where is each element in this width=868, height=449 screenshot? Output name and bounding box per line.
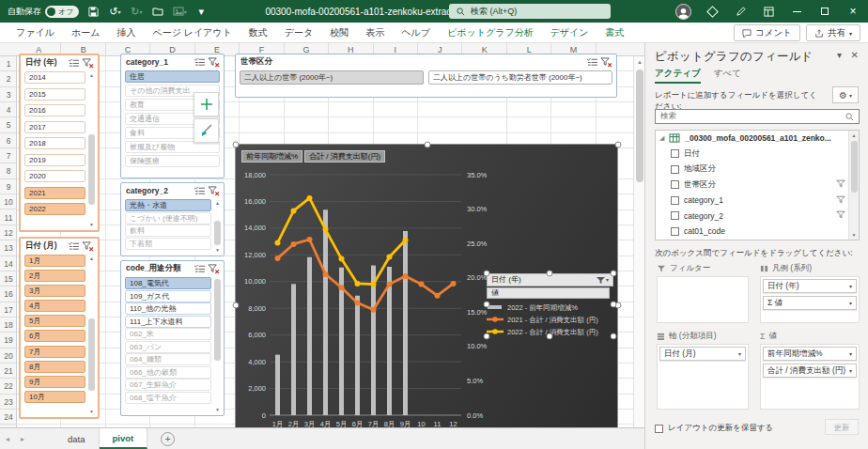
multi-select-icon[interactable]	[193, 263, 207, 274]
save-icon[interactable]	[85, 4, 101, 19]
sheet-nav-right-icon[interactable]: ▸	[15, 428, 30, 449]
defer-checkbox[interactable]	[655, 425, 663, 433]
field-list[interactable]: ◢_00300_mofa_00200561_a101_zenko...日付地域区…	[655, 130, 860, 240]
row-headers[interactable]: 123456789101112131415161718192021222324	[0, 56, 17, 427]
slicer-item[interactable]: 2017	[24, 121, 85, 133]
legend-selection-handle[interactable]	[484, 271, 490, 277]
slicer-item[interactable]: 2月	[24, 270, 85, 282]
slicer-item[interactable]: 064_麺類	[125, 353, 211, 365]
slicer-code[interactable]: code_用途分類108_電気代109_ガス代110_他の光熱111_上下水道料…	[120, 260, 225, 416]
slicer-item[interactable]: 下着類	[125, 238, 211, 250]
slicer-item[interactable]: 2020	[24, 170, 85, 182]
slicer-item[interactable]: 2014	[24, 71, 85, 84]
area-pill[interactable]: 合計 / 消費支出額 (円)▾	[763, 364, 857, 378]
slicer-scrollbar[interactable]: ▲▼	[87, 255, 96, 415]
multi-select-icon[interactable]	[67, 57, 81, 69]
slicer-item[interactable]: 二人以上の世帯のうち勤労者世帯 (2000年~)	[428, 70, 612, 85]
slicer-item[interactable]: 2015	[24, 88, 85, 101]
legend-selection-handle[interactable]	[547, 333, 553, 340]
slicer-item[interactable]: 063_パン	[125, 341, 211, 353]
add-tool-box[interactable]	[194, 92, 219, 116]
collapse-icon[interactable]: ◢	[659, 134, 664, 142]
undo-icon[interactable]: ↺▾	[107, 4, 122, 19]
legend-selection-handle[interactable]	[484, 302, 490, 308]
field-filter-icon[interactable]	[836, 195, 845, 206]
field-row[interactable]: 日付	[656, 147, 859, 163]
slicer-scrollbar[interactable]: ▲▼	[87, 71, 96, 228]
row-header-20[interactable]: 20	[0, 348, 17, 364]
chart-selection-handle[interactable]	[615, 142, 622, 148]
slicer-item[interactable]: 保険医療	[125, 155, 220, 167]
multi-select-icon[interactable]	[193, 56, 207, 68]
slicer-item[interactable]: 111_上下水道料	[125, 316, 211, 328]
slicer-item[interactable]: 3月	[24, 285, 85, 297]
window-layout-icon[interactable]	[755, 0, 782, 23]
filters-area[interactable]	[657, 276, 749, 323]
row-header-23[interactable]: 23	[0, 395, 17, 410]
legend-entry[interactable]: 2021 - 合計 / 消費支出額 (円)	[487, 314, 613, 326]
slicer-item[interactable]: こづかい (使途不明)	[125, 212, 211, 224]
slicer-category2[interactable]: category_2光熱・水道こづかい (使途不明)飲料下着類▲▼	[120, 182, 225, 256]
field-list-table-row[interactable]: ◢_00300_mofa_00200561_a101_zenko...	[656, 131, 859, 147]
axis-area[interactable]: 日付 (月)▾	[657, 344, 749, 410]
chart-legend[interactable]: 日付 (年) ▾ 値 2022 - 前年同期増減%2021 - 合計 / 消費支…	[487, 273, 613, 336]
field-checkbox[interactable]	[671, 149, 679, 158]
field-row[interactable]: category_2	[656, 209, 859, 224]
pane-tab-2[interactable]: すべて	[714, 68, 741, 84]
legend-selection-handle[interactable]	[611, 271, 617, 277]
row-header-9[interactable]: 9	[0, 179, 17, 194]
fields-search-input[interactable]: 検索	[655, 109, 860, 124]
slicer-item[interactable]: 2018	[24, 137, 85, 149]
ribbon-tab-8[interactable]: 表示	[357, 23, 393, 43]
clear-filter-icon[interactable]	[81, 240, 95, 252]
ribbon-tab-7[interactable]: 校閲	[321, 23, 357, 43]
sheet-tab-data[interactable]: data	[54, 428, 100, 449]
clear-filter-icon[interactable]	[207, 185, 221, 196]
row-header-14[interactable]: 14	[0, 256, 17, 271]
row-header-15[interactable]: 15	[0, 271, 17, 286]
clear-filter-icon[interactable]	[81, 57, 95, 69]
field-row[interactable]: 世帯区分	[656, 178, 859, 194]
slicer-item[interactable]: 062_米	[125, 328, 211, 340]
multi-select-icon[interactable]	[585, 56, 599, 68]
scroll-down-icon[interactable]: ▼	[849, 230, 859, 240]
qat-dropdown-icon[interactable]: ▾	[194, 4, 209, 19]
row-header-2[interactable]: 2	[0, 71, 17, 86]
ribbon-tab-6[interactable]: データ	[276, 23, 321, 43]
slicer-date-year[interactable]: 日付 (年)2014201520162017201820192020202120…	[19, 54, 100, 232]
slicer-item[interactable]: 8月	[24, 361, 85, 373]
slicer-item[interactable]: 068_塩干魚介	[125, 392, 211, 404]
area-pill[interactable]: Σ 値▾	[763, 296, 857, 310]
defer-layout-control[interactable]: レイアウトの更新を保留する	[655, 423, 773, 434]
area-pill[interactable]: 日付 (月)▾	[659, 347, 746, 361]
folder-icon[interactable]	[150, 4, 165, 19]
slicer-item[interactable]: 光熱・水道	[125, 199, 211, 211]
slicer-item[interactable]: 住居	[125, 70, 220, 83]
redo-icon[interactable]: ↻▾	[129, 4, 144, 19]
row-header-21[interactable]: 21	[0, 364, 17, 379]
slicer-item[interactable]: 9月	[24, 376, 85, 388]
field-row[interactable]: 地域区分	[656, 162, 859, 178]
chart-selection-handle[interactable]	[233, 302, 240, 309]
vertical-scrollbar[interactable]: ▲	[633, 56, 644, 427]
slicer-item[interactable]: 4月	[24, 300, 85, 312]
row-header-8[interactable]: 8	[0, 163, 17, 178]
slicer-item[interactable]: 6月	[24, 330, 85, 342]
ribbon-tab-5[interactable]: 数式	[240, 23, 276, 43]
ribbon-tab-3[interactable]: 挿入	[108, 23, 144, 43]
autosave-control[interactable]: 自動保存 オフ	[8, 6, 79, 18]
scroll-up-icon[interactable]: ▲	[634, 56, 644, 68]
avatar[interactable]	[675, 4, 691, 20]
ribbon-tab-12[interactable]: 書式	[597, 23, 633, 43]
comments-button[interactable]: コメント	[734, 24, 800, 41]
field-checkbox[interactable]	[671, 180, 679, 189]
slicer-item[interactable]: 109_ガス代	[125, 290, 211, 302]
row-header-16[interactable]: 16	[0, 286, 17, 302]
share-button[interactable]: 共有▾	[806, 24, 860, 41]
minimize-button[interactable]	[783, 0, 810, 23]
field-filter-icon[interactable]	[836, 179, 845, 190]
row-header-10[interactable]: 10	[0, 194, 17, 209]
ribbon-tab-11[interactable]: デザイン	[542, 23, 597, 43]
filter-funnel-icon[interactable]	[596, 276, 606, 285]
chart-selection-handle[interactable]	[233, 142, 240, 148]
